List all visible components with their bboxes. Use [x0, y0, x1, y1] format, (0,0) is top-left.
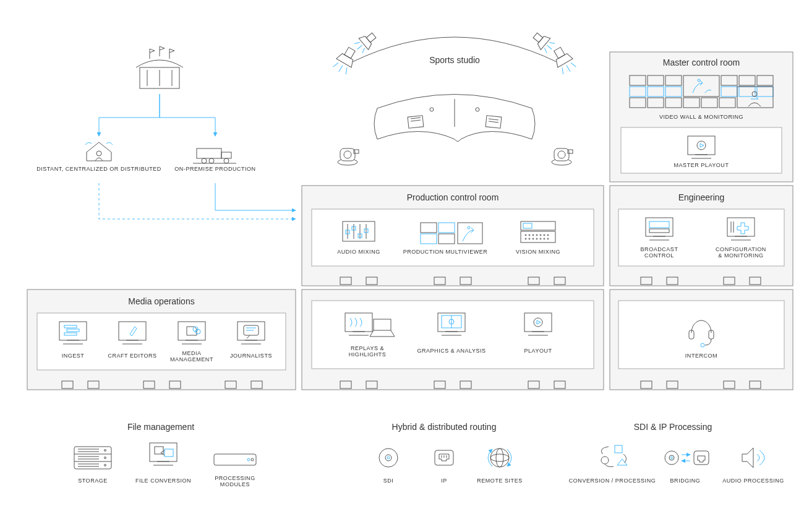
svg-text:PLAYOUT: PLAYOUT: [524, 348, 552, 354]
svg-text:PROCESSINGMODULES: PROCESSINGMODULES: [215, 475, 255, 487]
svg-line-30: [361, 48, 366, 53]
svg-line-45: [489, 121, 498, 122]
svg-text:VIDEO WALL & MONITORING: VIDEO WALL & MONITORING: [659, 114, 743, 120]
svg-point-46: [430, 108, 434, 111]
file-title: File management: [127, 422, 194, 432]
svg-text:Engineering: Engineering: [678, 192, 725, 202]
svg-rect-23: [344, 47, 355, 58]
svg-rect-18: [221, 152, 231, 158]
camera-left-icon: [338, 148, 359, 165]
svg-point-183: [490, 448, 509, 467]
svg-text:BRIDGING: BRIDGING: [670, 478, 701, 484]
svg-point-171: [247, 458, 250, 461]
svg-point-176: [387, 457, 390, 459]
svg-point-47: [476, 108, 479, 111]
svg-point-21: [224, 158, 229, 163]
svg-text:AUDIO MIXING: AUDIO MIXING: [337, 249, 380, 255]
mcr-panel: Master control room VIDEO WALL & MONITOR…: [610, 52, 793, 182]
svg-text:AUDIO PROCESSING: AUDIO PROCESSING: [722, 478, 784, 484]
svg-line-37: [547, 45, 552, 49]
svg-text:REPLAYS &HIGHLIGHTS: REPLAYS &HIGHLIGHTS: [349, 345, 386, 358]
svg-line-29: [357, 45, 362, 49]
svg-rect-35: [533, 33, 543, 42]
svg-rect-187: [615, 445, 622, 453]
svg-text:STORAGE: STORAGE: [78, 478, 108, 484]
svg-point-191: [669, 455, 674, 460]
sports-studio-title: Sports studio: [429, 55, 480, 65]
svg-text:CONFIGURATION& MONITORING: CONFIGURATION& MONITORING: [716, 246, 766, 259]
svg-line-42: [411, 120, 421, 121]
camera-right-icon: [552, 148, 573, 165]
procmod-icon: [214, 454, 256, 465]
svg-text:PRODUCTION MULTIVIEWER: PRODUCTION MULTIVIEWER: [403, 249, 488, 255]
svg-text:VISION MIXING: VISION MIXING: [516, 249, 560, 255]
svg-text:MASTER PLAYOUT: MASTER PLAYOUT: [674, 162, 729, 168]
storage-icon: [74, 447, 111, 469]
svg-line-41: [411, 118, 421, 119]
onpremise-label: ON-PREMISE PRODUCTION: [174, 166, 255, 172]
svg-text:CRAFT EDITORS: CRAFT EDITORS: [108, 353, 156, 359]
sdi-icon: [379, 448, 398, 467]
svg-rect-139: [312, 301, 594, 369]
svg-text:Production control room: Production control room: [407, 192, 499, 202]
svg-line-28: [354, 40, 360, 45]
pcr-panel-2: REPLAYS &HIGHLIGHTS GRAPHICS & ANALYSIS …: [302, 290, 604, 390]
convproc-icon: [601, 445, 627, 467]
engineering-panel: Engineering BROADCASTCONTROL CONFIGURATI…: [610, 186, 793, 286]
svg-point-172: [251, 458, 254, 461]
svg-text:JOURNALISTS: JOURNALISTS: [230, 353, 272, 359]
remote-icon: [488, 448, 511, 467]
svg-point-190: [665, 451, 678, 465]
svg-point-188: [601, 457, 609, 464]
svg-text:FILE CONVERSION: FILE CONVERSION: [135, 478, 191, 484]
pcr-panel: Production control room AUDIO MIXING PRO…: [302, 186, 604, 286]
svg-point-164: [105, 457, 106, 459]
intercom-panel: INTERCOM: [610, 290, 793, 390]
svg-line-36: [543, 48, 549, 53]
svg-rect-193: [694, 451, 709, 465]
svg-line-44: [489, 119, 498, 120]
distant-label: DISTANT, CENTRALIZED OR DISTRIBUTED: [36, 166, 161, 172]
svg-line-33: [567, 65, 570, 71]
svg-point-185: [496, 448, 503, 467]
svg-text:Media operations: Media operations: [128, 296, 194, 306]
svg-rect-31: [554, 47, 565, 58]
svg-point-163: [105, 450, 106, 452]
bridge-icon: [665, 451, 709, 465]
svg-rect-167: [155, 447, 163, 454]
stadium-icon: [136, 46, 183, 88]
svg-rect-27: [366, 33, 376, 42]
svg-point-16: [96, 151, 101, 156]
svg-text:INGEST: INGEST: [62, 353, 85, 359]
svg-line-26: [344, 67, 349, 74]
media-panel: Media operations INGEST CRAFT EDITORS ME…: [27, 290, 296, 390]
svg-point-19: [202, 158, 207, 163]
distant-icon: [85, 142, 113, 161]
svg-text:BROADCASTCONTROL: BROADCASTCONTROL: [641, 246, 678, 259]
ip-icon: [435, 450, 453, 465]
svg-point-165: [105, 465, 106, 466]
svg-text:INTERCOM: INTERCOM: [685, 353, 717, 359]
svg-point-192: [671, 457, 673, 459]
svg-text:GRAPHICS & ANALYSIS: GRAPHICS & ANALYSIS: [417, 348, 485, 354]
audioproc-icon: [742, 448, 764, 468]
svg-point-174: [379, 448, 398, 467]
svg-rect-17: [197, 148, 221, 158]
svg-point-20: [209, 158, 214, 163]
routing-title: Hybrid & distributed routing: [392, 422, 497, 432]
svg-text:SDI: SDI: [383, 478, 394, 484]
onpremise-icon: [193, 148, 236, 163]
svg-rect-40: [408, 116, 424, 128]
studio-desk-icon: [374, 95, 535, 142]
svg-line-24: [333, 61, 338, 68]
svg-point-175: [385, 455, 391, 461]
svg-point-184: [490, 454, 509, 461]
svg-text:IP: IP: [441, 478, 447, 484]
fileconv-icon: [150, 443, 177, 465]
svg-text:REMOTE SITES: REMOTE SITES: [477, 478, 523, 484]
svg-line-34: [571, 61, 576, 68]
svg-line-25: [339, 65, 343, 71]
svg-text:Master control room: Master control room: [663, 58, 740, 67]
sdi-title: SDI & IP Processing: [634, 422, 712, 432]
svg-rect-168: [165, 449, 173, 457]
